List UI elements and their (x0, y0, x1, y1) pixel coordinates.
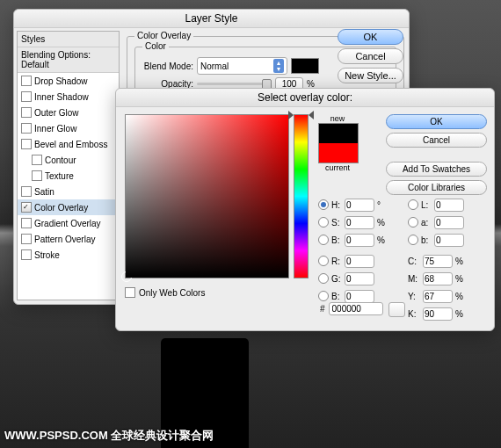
hsb-fields: H:0° S:0% B:0% (318, 195, 386, 249)
color-overlay-legend: Color Overlay (134, 31, 193, 40)
blend-mode-label: Blend Mode: (141, 61, 193, 71)
sidebar-item-bevel-and-emboss[interactable]: Bevel and Emboss (18, 136, 119, 152)
g-radio[interactable] (318, 273, 329, 284)
new-style-button[interactable]: New Style... (338, 68, 403, 83)
sidebar-item-label: Contour (45, 155, 76, 165)
hex-input[interactable] (329, 302, 383, 315)
h-label: H: (331, 200, 342, 210)
color-swatch[interactable] (291, 58, 319, 74)
b-input[interactable]: 0 (345, 234, 374, 247)
b-label: B: (331, 235, 342, 245)
c-label: C: (408, 257, 420, 266)
checkbox[interactable] (21, 249, 32, 260)
styles-header[interactable]: Styles (18, 32, 119, 47)
rgb-b-input[interactable]: 0 (345, 290, 374, 303)
s-label: S: (331, 218, 342, 228)
lab-b-input[interactable]: 0 (434, 234, 464, 247)
h-input[interactable]: 0 (345, 199, 374, 212)
only-web-colors[interactable]: Only Web Colors (125, 287, 205, 298)
sidebar-item-label: Inner Shadow (34, 92, 89, 102)
hue-indicator-right-icon (309, 111, 314, 119)
color-libraries-button[interactable]: Color Libraries (386, 180, 487, 195)
sidebar-item-stroke[interactable]: Stroke (18, 247, 119, 263)
color-preview: new current (318, 114, 357, 172)
sidebar-item-inner-shadow[interactable]: Inner Shadow (18, 89, 119, 105)
sidebar-item-color-overlay[interactable]: Color Overlay (18, 199, 119, 215)
ok-button[interactable]: OK (338, 29, 403, 45)
opacity-slider[interactable] (197, 83, 272, 85)
sidebar-item-outer-glow[interactable]: Outer Glow (18, 105, 119, 120)
select-arrows-icon: ▴▾ (273, 59, 284, 73)
layer-style-buttons: OK Cancel New Style... (338, 29, 403, 83)
color-picker-buttons: OK Cancel Add To Swatches Color Librarie… (386, 114, 487, 195)
sidebar-item-texture[interactable]: Texture (18, 168, 119, 184)
checkbox[interactable] (21, 234, 32, 244)
checkbox[interactable] (21, 186, 32, 197)
l-radio[interactable] (408, 199, 418, 210)
lab-fields: L:0 a:0 b:0 (408, 195, 476, 249)
l-label: L: (421, 200, 432, 210)
rgb-b-radio[interactable] (318, 291, 329, 301)
watermark-text: WWW.PSPSD.COM 全球经典设计聚合网 (4, 428, 214, 444)
a-label: a: (421, 218, 432, 228)
k-label: K: (408, 309, 420, 319)
current-label: current (318, 163, 357, 172)
web-colors-checkbox[interactable] (125, 287, 135, 298)
s-input[interactable]: 0 (345, 216, 374, 229)
sidebar-item-label: Gradient Overlay (34, 219, 101, 228)
color-picker-window: Select overlay color: new current OK Can… (115, 88, 495, 331)
sidebar-item-satin[interactable]: Satin (18, 184, 119, 199)
s-radio[interactable] (318, 217, 329, 228)
blending-header[interactable]: Blending Options: Default (18, 47, 119, 73)
a-radio[interactable] (408, 217, 418, 228)
checkbox[interactable] (21, 139, 32, 149)
hex-field: # (320, 302, 383, 315)
l-input[interactable]: 0 (434, 199, 464, 212)
b-radio[interactable] (318, 235, 329, 245)
h-radio[interactable] (318, 199, 329, 210)
y-input[interactable]: 67 (423, 290, 453, 303)
new-color (319, 124, 358, 143)
r-input[interactable]: 0 (345, 255, 374, 268)
hue-indicator-left-icon (288, 111, 294, 119)
small-square-button[interactable] (388, 302, 405, 317)
m-input[interactable]: 68 (423, 272, 453, 285)
sidebar-item-pattern-overlay[interactable]: Pattern Overlay (18, 231, 119, 247)
blend-mode-select[interactable]: Normal▴▾ (197, 57, 287, 75)
checkbox[interactable] (32, 155, 42, 165)
lab-b-radio[interactable] (408, 235, 418, 245)
checkbox[interactable] (32, 170, 42, 181)
ok-button[interactable]: OK (386, 114, 487, 129)
checkbox[interactable] (21, 107, 32, 118)
c-input[interactable]: 75 (423, 255, 453, 268)
r-radio[interactable] (318, 256, 329, 266)
preview-swatch[interactable] (318, 123, 359, 163)
g-input[interactable]: 0 (345, 272, 374, 285)
r-label: R: (331, 257, 342, 266)
checkbox[interactable] (21, 76, 32, 86)
cancel-button[interactable]: Cancel (338, 48, 403, 64)
lab-b-label: b: (421, 235, 432, 245)
sidebar-item-contour[interactable]: Contour (18, 152, 119, 168)
sidebar-item-drop-shadow[interactable]: Drop Shadow (18, 73, 119, 89)
sidebar-item-label: Outer Glow (34, 108, 79, 118)
hue-slider[interactable] (294, 114, 309, 278)
a-input[interactable]: 0 (434, 216, 464, 229)
checkbox[interactable] (21, 202, 32, 213)
checkbox[interactable] (21, 218, 32, 228)
sidebar-item-gradient-overlay[interactable]: Gradient Overlay (18, 215, 119, 231)
sidebar-item-inner-glow[interactable]: Inner Glow (18, 120, 119, 136)
sidebar-item-label: Color Overlay (34, 203, 88, 213)
new-label: new (318, 114, 357, 123)
y-label: Y: (408, 292, 420, 301)
current-color (319, 143, 358, 163)
checkbox[interactable] (21, 123, 32, 134)
color-field[interactable] (125, 114, 289, 278)
sidebar-item-label: Pattern Overlay (34, 235, 95, 244)
g-label: G: (331, 274, 342, 284)
cancel-button[interactable]: Cancel (386, 133, 487, 148)
k-input[interactable]: 90 (423, 307, 453, 321)
m-label: M: (408, 274, 420, 284)
add-swatches-button[interactable]: Add To Swatches (386, 162, 487, 177)
checkbox[interactable] (21, 91, 32, 102)
